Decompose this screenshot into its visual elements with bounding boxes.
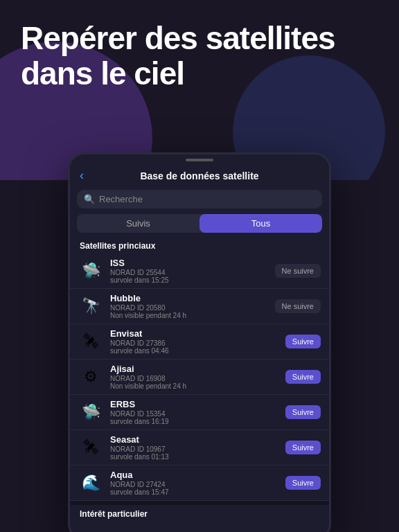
app-screen: ‹ Base de données satellite 🔍 Recherche … bbox=[70, 161, 329, 532]
sat-name: ISS bbox=[110, 258, 275, 268]
sat-icon-hubble: 🔭 bbox=[78, 294, 103, 319]
sat-norad: NORAD ID 27424 bbox=[110, 481, 285, 488]
sat-time: survole dans 15:25 bbox=[110, 276, 275, 284]
sat-norad: NORAD ID 10967 bbox=[110, 445, 285, 453]
list-item: 🔭 Hubble NORAD ID 20580 Non visible pend… bbox=[70, 289, 329, 324]
device-mockup: ‹ Base de données satellite 🔍 Recherche … bbox=[68, 152, 331, 532]
list-item: 🛸 ISS NORAD ID 25544 survole dans 15:25 … bbox=[70, 254, 329, 289]
sat-info-ajisai: Ajisai NORAD ID 16908 Non visible pendan… bbox=[110, 364, 285, 390]
sat-icon-erbs: 🛸 bbox=[78, 400, 103, 425]
sat-time: survole dans 01:13 bbox=[110, 453, 285, 461]
sat-info-hubble: Hubble NORAD ID 20580 Non visible pendan… bbox=[110, 293, 275, 319]
sat-norad: NORAD ID 16908 bbox=[110, 375, 285, 382]
search-input[interactable]: Recherche bbox=[99, 194, 143, 204]
back-button[interactable]: ‹ bbox=[80, 168, 96, 183]
nav-bar: ‹ Base de données satellite bbox=[70, 161, 329, 187]
follow-button-ajisai[interactable]: Suivre bbox=[285, 370, 321, 384]
sat-norad: NORAD ID 20580 bbox=[110, 304, 275, 312]
sat-time: survole dans 15:47 bbox=[110, 488, 285, 496]
search-bar[interactable]: 🔍 Recherche bbox=[77, 190, 322, 209]
follow-button-iss[interactable]: Ne suivre bbox=[275, 264, 321, 278]
sat-info-erbs: ERBS NORAD ID 15354 survole dans 16:19 bbox=[110, 399, 285, 425]
interest-section-header: Intérêt particulier bbox=[70, 505, 329, 522]
sat-name: Seasat bbox=[110, 434, 285, 445]
search-icon: 🔍 bbox=[84, 194, 95, 204]
sat-norad: NORAD ID 27386 bbox=[110, 339, 285, 347]
tab-tous[interactable]: Tous bbox=[200, 214, 322, 233]
sat-time: survole dans 16:19 bbox=[110, 418, 285, 425]
list-item: 🌊 Aqua NORAD ID 27424 survole dans 15:47… bbox=[70, 466, 329, 501]
follow-button-erbs[interactable]: Suivre bbox=[285, 405, 321, 419]
follow-button-aqua[interactable]: Suivre bbox=[285, 476, 321, 490]
sat-icon-aqua: 🌊 bbox=[78, 470, 103, 495]
category-item[interactable]: Publications des 30 derniers jours › bbox=[70, 522, 329, 532]
sat-icon-seasat: 🛰 bbox=[78, 435, 103, 460]
tab-bar: Suivis Tous bbox=[77, 214, 322, 233]
sat-name: Hubble bbox=[110, 293, 275, 303]
list-item: 🛰 Seasat NORAD ID 10967 survole dans 01:… bbox=[70, 430, 329, 466]
tab-suivis[interactable]: Suivis bbox=[77, 214, 200, 233]
sat-time: survole dans 04:46 bbox=[110, 347, 285, 355]
hero-section: Repérer des satellites dans le ciel bbox=[21, 21, 378, 91]
nav-title: Base de données satellite bbox=[96, 170, 303, 181]
sat-name: ERBS bbox=[110, 399, 285, 409]
section-header-principaux: Satellites princiaux bbox=[70, 238, 329, 254]
sat-time: Non visible pendant 24 h bbox=[110, 312, 275, 319]
sat-norad: NORAD ID 25544 bbox=[110, 269, 275, 276]
sat-icon-ajisai: ⚙ bbox=[78, 364, 103, 389]
follow-button-seasat[interactable]: Suivre bbox=[285, 441, 321, 454]
hero-title: Repérer des satellites dans le ciel bbox=[21, 21, 378, 91]
list-item: 🛸 ERBS NORAD ID 15354 survole dans 16:19… bbox=[70, 395, 329, 430]
sat-info-seasat: Seasat NORAD ID 10967 survole dans 01:13 bbox=[110, 434, 285, 461]
follow-button-hubble[interactable]: Ne suivre bbox=[275, 299, 321, 313]
list-item: 🛰 Envisat NORAD ID 27386 survole dans 04… bbox=[70, 324, 329, 360]
sat-info-envisat: Envisat NORAD ID 27386 survole dans 04:4… bbox=[110, 328, 285, 355]
sat-info-iss: ISS NORAD ID 25544 survole dans 15:25 bbox=[110, 258, 275, 284]
satellite-list: 🛸 ISS NORAD ID 25544 survole dans 15:25 … bbox=[70, 254, 329, 501]
sat-name: Envisat bbox=[110, 328, 285, 339]
sat-name: Ajisai bbox=[110, 364, 285, 374]
follow-button-envisat[interactable]: Suivre bbox=[285, 335, 321, 348]
sat-icon-iss: 🛸 bbox=[78, 258, 103, 283]
sat-time: Non visible pendant 24 h bbox=[110, 382, 285, 390]
sat-norad: NORAD ID 15354 bbox=[110, 410, 285, 418]
list-item: ⚙ Ajisai NORAD ID 16908 Non visible pend… bbox=[70, 360, 329, 395]
sat-info-aqua: Aqua NORAD ID 27424 survole dans 15:47 bbox=[110, 470, 285, 496]
sat-name: Aqua bbox=[110, 470, 285, 480]
sat-icon-envisat: 🛰 bbox=[78, 329, 103, 354]
